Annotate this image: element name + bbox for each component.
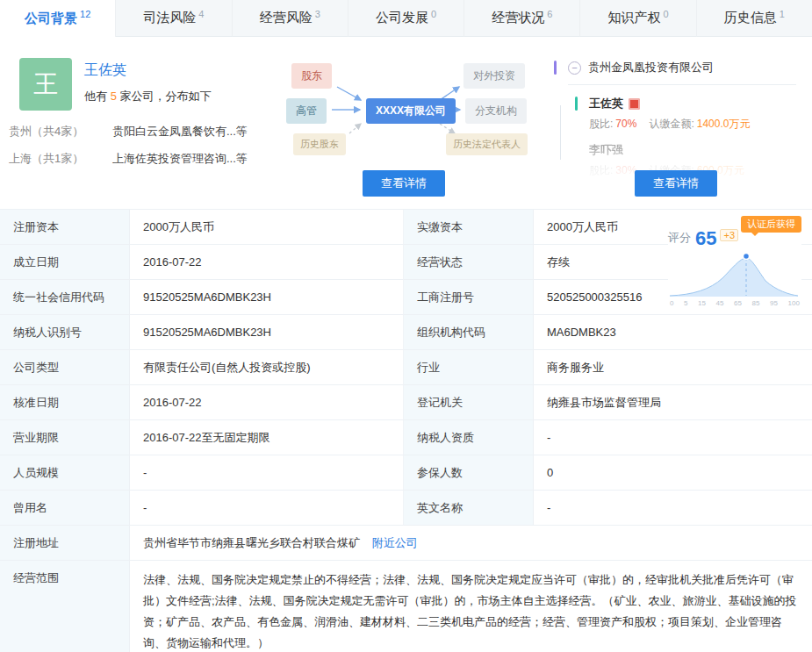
field-label: 实缴资本 — [404, 210, 534, 245]
field-label: 行业 — [404, 350, 534, 385]
region-companies[interactable]: 上海佐英投资管理咨询...等 — [112, 151, 248, 167]
relationship-graph: 股东 高管 历史股东 XXXX有限公司 对外投资 分支机构 历史法定代表人 — [272, 58, 535, 161]
field-label: 组织机构代码 — [404, 315, 534, 350]
graph-node-company-center: XXXX有限公司 — [366, 98, 456, 124]
field-value: 2000万人民币 — [130, 210, 404, 245]
tab-intellectual-property[interactable]: 知识产权 0 — [580, 0, 696, 37]
shareholder-name[interactable]: 李吓强 — [589, 142, 623, 158]
region-label: 贵州（共4家） — [9, 124, 112, 140]
graph-node-outbound-investment: 对外投资 — [463, 63, 525, 89]
score-widget: 认证后获得 评分 65 +3 0 5 15 45 65 85 95 100 — [668, 216, 801, 309]
field-value: - — [130, 455, 404, 491]
summary-prefix: 他有 — [84, 90, 111, 103]
shareholder-info: 股比:70%认缴金额:1400.0万元 — [589, 117, 796, 132]
tab-label: 知识产权 — [607, 10, 660, 26]
equity-header: − 贵州金凤凰投资有限公司 — [568, 60, 796, 85]
field-label: 人员规模 — [0, 455, 130, 491]
person-name-link[interactable]: 王佐英 — [84, 61, 268, 80]
avatar: 王 — [19, 58, 72, 111]
tab-operating-risk[interactable]: 经营风险 3 — [233, 0, 349, 37]
field-label: 纳税人资质 — [404, 420, 534, 455]
tab-label: 司法风险 — [143, 10, 196, 26]
axis-tick: 0 — [670, 299, 673, 307]
amount-label: 认缴金额: — [649, 118, 693, 130]
summary-suffix: 家公司，分布如下 — [117, 90, 212, 103]
tab-label: 公司背景 — [25, 11, 77, 27]
graph-node-historical-legal-rep: 历史法定代表人 — [446, 133, 528, 155]
field-value: - — [130, 491, 404, 526]
seal-icon — [629, 98, 640, 110]
graph-detail-button[interactable]: 查看详情 — [363, 170, 445, 197]
field-value: 商务服务业 — [534, 350, 812, 385]
axis-tick: 15 — [698, 299, 706, 307]
tree-connector-line — [560, 105, 561, 160]
field-value: - — [534, 491, 812, 526]
tab-company-background[interactable]: 公司背景 12 — [0, 0, 116, 37]
person-summary-text: 他有 5 家公司，分布如下 — [84, 89, 268, 104]
axis-tick: 85 — [752, 299, 760, 307]
score-badge: 认证后获得 — [741, 216, 801, 233]
field-value: - — [534, 420, 812, 455]
region-label: 上海（共1家） — [9, 151, 112, 167]
tab-count-badge: 3 — [315, 9, 320, 19]
tab-count-badge: 0 — [663, 9, 668, 19]
shareholder-list: 王佐英 股比:70%认缴金额:1400.0万元 李吓强 股比:30%认缴金额:6… — [589, 96, 796, 178]
field-value: 91520525MA6DMBK23H — [130, 315, 404, 350]
field-value: 91520525MA6DMBK23H — [130, 280, 404, 315]
field-label: 营业期限 — [0, 420, 130, 455]
tab-label: 经营风险 — [260, 10, 313, 26]
axis-tick: 65 — [734, 299, 742, 307]
field-label: 工商注册号 — [404, 280, 534, 315]
tab-label: 历史信息 — [724, 10, 777, 26]
ratio-label: 股比: — [589, 118, 613, 130]
field-label: 公司类型 — [0, 350, 130, 385]
graph-node-executives: 高管 — [286, 98, 327, 124]
field-value: MA6DMBK23 — [534, 315, 812, 350]
graph-node-shareholders: 股东 — [291, 63, 332, 89]
field-label: 参保人数 — [404, 455, 534, 491]
tab-count-badge: 4 — [198, 9, 204, 19]
field-label: 经营范围 — [0, 561, 130, 652]
field-label: 经营状态 — [404, 245, 534, 280]
tab-count-badge: 12 — [80, 9, 90, 19]
tab-company-development[interactable]: 公司发展 0 — [349, 0, 464, 37]
accent-bar-teal — [575, 97, 578, 111]
tab-count-badge: 0 — [431, 9, 436, 19]
graph-node-historical-shareholders: 历史股东 — [293, 133, 346, 155]
field-label: 成立日期 — [0, 245, 130, 280]
tab-operating-status[interactable]: 经营状况 6 — [464, 0, 580, 37]
equity-company-name[interactable]: 贵州金凤凰投资有限公司 — [588, 60, 714, 75]
company-profile-page: 公司背景 12 司法风险 4 经营风险 3 公司发展 0 经营状况 6 知识产权… — [0, 0, 812, 652]
axis-tick: 5 — [684, 299, 687, 307]
field-value: 有限责任公司(自然人投资或控股) — [130, 350, 404, 385]
score-axis-labels: 0 5 15 45 65 85 95 100 — [668, 299, 801, 307]
axis-tick: 95 — [770, 299, 778, 307]
summary-panels: 王 王佐英 他有 5 家公司，分布如下 贵州（共4家） 贵阳白云金凤凰餐饮有..… — [0, 37, 812, 209]
nearby-companies-link[interactable]: 附近公司 — [372, 536, 418, 549]
shareholder-name[interactable]: 王佐英 — [589, 96, 623, 111]
axis-tick: 45 — [716, 299, 724, 307]
person-summary-card: 王 王佐英 他有 5 家公司，分布如下 贵州（共4家） 贵阳白云金凤凰餐饮有..… — [0, 37, 268, 209]
field-label: 注册地址 — [0, 526, 130, 561]
tab-label: 经营状况 — [492, 10, 544, 26]
field-value: 2016-07-22 — [130, 245, 404, 280]
region-companies[interactable]: 贵阳白云金凤凰餐饮有...等 — [112, 124, 248, 140]
tab-count-badge: 6 — [547, 9, 552, 19]
field-value: 2016-07-22至无固定期限 — [130, 420, 404, 455]
field-label: 纳税人识别号 — [0, 315, 130, 350]
equity-detail-button[interactable]: 查看详情 — [635, 170, 717, 197]
region-row: 上海（共1家） 上海佐英投资管理咨询...等 — [9, 151, 268, 167]
relationship-graph-card: 股东 高管 历史股东 XXXX有限公司 对外投资 分支机构 历史法定代表人 查看… — [268, 37, 540, 209]
field-value: 纳雍县市场监督管理局 — [534, 385, 812, 420]
score-label: 评分 — [668, 230, 691, 248]
accent-bar-purple — [554, 61, 557, 75]
score-distribution-chart — [668, 250, 800, 299]
tab-history-info[interactable]: 历史信息 1 — [697, 0, 812, 37]
collapse-minus-icon[interactable]: − — [568, 61, 581, 75]
field-label: 曾用名 — [0, 491, 130, 526]
tab-judicial-risk[interactable]: 司法风险 4 — [116, 0, 232, 37]
field-label: 核准日期 — [0, 385, 130, 420]
score-value: 65 — [695, 229, 716, 248]
registered-address-cell: 贵州省毕节市纳雍县曙光乡联合村联合煤矿 附近公司 — [130, 526, 812, 561]
business-scope: 法律、法规、国务院决定规定禁止的不得经营；法律、法规、国务院决定规定应当许可（审… — [130, 561, 812, 652]
